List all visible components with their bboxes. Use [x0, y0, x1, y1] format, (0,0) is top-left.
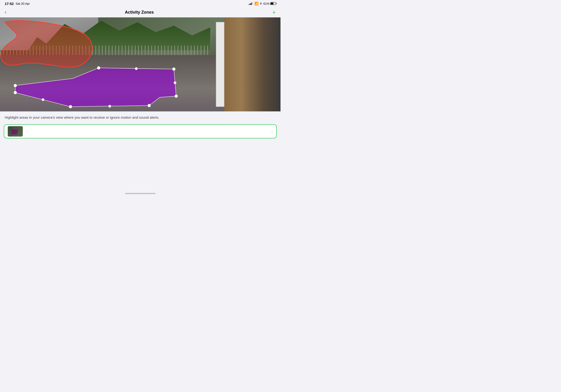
mid-point-1[interactable] — [135, 67, 138, 70]
control-point-6[interactable] — [14, 91, 17, 94]
control-point-7[interactable] — [14, 84, 17, 87]
mid-point-4[interactable] — [42, 98, 44, 101]
zone-thumbnail — [8, 126, 23, 137]
red-zone[interactable] — [1, 21, 92, 67]
status-right: 📶 ⬆ 61% — [249, 2, 276, 5]
zones-overlay[interactable] — [0, 17, 280, 111]
description-text: Highlight areas in your camera's view wh… — [5, 115, 276, 120]
control-point-5[interactable] — [69, 105, 72, 108]
page-title: Activity Zones — [125, 10, 154, 15]
purple-zone[interactable] — [15, 68, 176, 107]
nav-bar: ‹ Activity Zones + — [0, 7, 280, 17]
camera-view[interactable] — [0, 17, 280, 111]
control-point-4[interactable] — [148, 104, 151, 107]
status-bar: 17:52 Sat 20 Apr 📶 ⬆ 61% — [0, 0, 280, 7]
mid-point-3[interactable] — [108, 105, 111, 108]
add-zone-button[interactable]: + — [272, 9, 276, 15]
control-point-1[interactable] — [97, 66, 100, 70]
back-icon: ‹ — [5, 9, 6, 15]
battery-percent: 61% — [263, 2, 270, 5]
location-icon: ⬆ — [260, 2, 262, 5]
back-button[interactable]: ‹ — [5, 9, 6, 15]
signal-icon — [249, 2, 253, 5]
home-indicator — [125, 193, 155, 194]
status-date: Sat 20 Apr — [15, 2, 30, 5]
wifi-icon: 📶 — [254, 2, 259, 5]
battery-icon — [270, 2, 276, 5]
add-icon: + — [272, 9, 276, 16]
status-time: 17:52 — [5, 2, 14, 6]
chevron-right-icon: › — [271, 129, 273, 134]
battery-indicator: 61% — [263, 2, 276, 5]
zone-list-item[interactable]: › — [4, 124, 277, 138]
mid-point-2[interactable] — [174, 81, 176, 84]
description-section: Highlight areas in your camera's view wh… — [0, 111, 280, 123]
control-point-2[interactable] — [172, 67, 175, 71]
zone-list: › — [0, 124, 280, 138]
control-point-3[interactable] — [174, 95, 178, 98]
